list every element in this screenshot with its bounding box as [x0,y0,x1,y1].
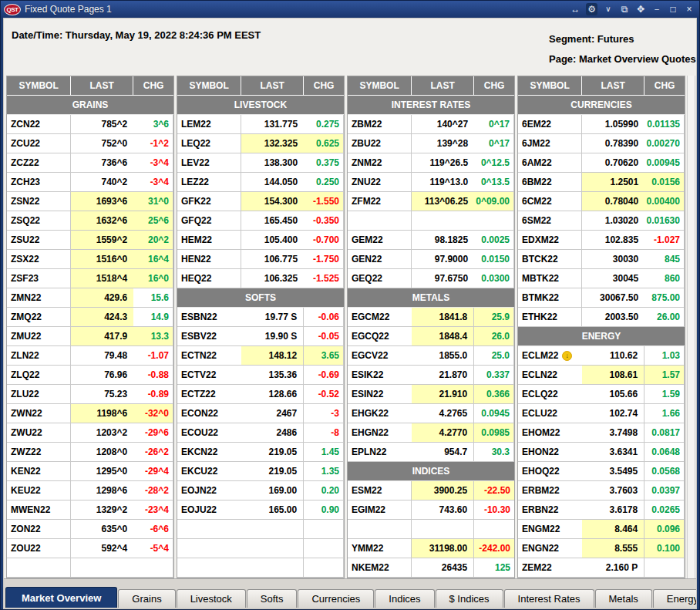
symbol-cell[interactable]: ECLQ22 [518,385,582,404]
tab-energy[interactable]: Energy [653,589,697,608]
last-cell[interactable]: 19.90 S [241,327,304,346]
last-cell[interactable]: 1203^2 [71,423,133,443]
symbol-cell[interactable]: EHOQ22 [518,462,582,481]
symbol-cell[interactable]: EGCV22 [348,346,412,366]
last-cell[interactable]: 0.70620 [582,153,644,173]
chg-cell[interactable]: -0.05 [304,327,344,346]
chg-cell[interactable]: 0.0025 [474,231,514,250]
symbol-cell[interactable]: ESBN22 [177,308,241,327]
chg-cell[interactable]: -0.69 [304,366,344,385]
chg-cell[interactable]: -29^6 [133,423,173,443]
chg-cell[interactable]: -0.06 [304,308,344,327]
last-cell[interactable]: 743.60 [412,500,474,520]
last-cell[interactable]: 30067.50 [582,288,644,308]
last-cell[interactable]: 98.1825 [412,231,474,250]
symbol-cell[interactable]: ZFM22 [348,192,412,211]
symbol-cell[interactable]: KEU22 [7,481,71,500]
last-cell[interactable]: 2003.50 [582,308,644,327]
last-cell[interactable]: 219.05 [241,443,304,462]
fit-width-icon[interactable]: ↔ [570,3,581,15]
last-cell[interactable]: 4.2770 [412,423,474,443]
last-cell[interactable]: 97.9000 [412,250,474,269]
chg-cell[interactable]: -3^4 [133,173,173,192]
chg-cell[interactable]: -1.07 [133,346,173,366]
last-cell[interactable]: 1298^6 [71,481,133,500]
chg-cell[interactable]: -0.52 [304,385,344,404]
chg-cell[interactable]: 26.0 [474,327,514,346]
chg-cell[interactable]: 1.03 [644,346,685,366]
chg-cell[interactable]: -23^4 [133,500,173,520]
chg-cell[interactable]: 0.0817 [644,423,685,443]
symbol-cell[interactable]: EDXM22 [518,231,582,250]
tab-metals[interactable]: Metals [595,589,652,608]
chg-cell[interactable]: -1.027 [644,231,685,250]
chg-cell[interactable]: 14.9 [133,308,173,327]
symbol-cell[interactable]: 6BM22 [518,173,582,192]
symbol-cell[interactable]: ZON22 [7,520,71,539]
last-cell[interactable]: 3.6341 [582,443,644,462]
symbol-cell[interactable]: ECTZ22 [177,385,241,404]
last-cell[interactable]: 752^0 [71,134,133,153]
last-cell[interactable]: 30045 [582,269,644,288]
chg-cell[interactable]: -1.750 [304,250,344,269]
symbol-cell[interactable]: HEQ22 [177,269,241,288]
tab-indices[interactable]: Indices [375,589,434,608]
last-cell[interactable]: 76.96 [71,366,133,385]
symbol-cell[interactable]: EGCM22 [348,308,412,327]
last-cell[interactable]: 0.78040 [582,192,644,211]
last-cell[interactable]: 954.7 [412,443,474,462]
last-cell[interactable]: 148.12 [241,346,304,366]
last-cell[interactable]: 1848.4 [412,327,474,346]
symbol-cell[interactable]: YMM22 [348,539,412,558]
last-cell[interactable]: 135.36 [241,366,304,385]
chg-cell[interactable]: -1^2 [133,134,173,153]
last-cell[interactable]: 26435 [412,558,474,578]
chg-cell[interactable]: 0.0156 [644,173,685,192]
last-cell[interactable]: 19.77 S [241,308,304,327]
symbol-cell[interactable]: ETHK22 [518,308,582,327]
chg-cell[interactable]: 13.3 [133,327,173,346]
chg-cell[interactable]: 15.6 [133,288,173,308]
symbol-cell[interactable]: 6EM22 [518,115,582,134]
last-cell[interactable]: 106.775 [241,250,304,269]
symbol-cell[interactable]: ZNU22 [348,173,412,192]
symbol-cell[interactable]: EHOM22 [518,423,582,443]
last-cell[interactable]: 1.05990 [582,115,644,134]
chevron-down-icon[interactable]: ∨ [603,3,614,15]
last-cell[interactable]: 113^06.25 [412,192,474,211]
chg-cell[interactable]: 20^2 [133,231,173,250]
symbol-cell[interactable]: ECON22 [177,404,241,423]
chg-cell[interactable]: 16^4 [133,250,173,269]
last-cell[interactable]: 1516^0 [71,250,133,269]
symbol-cell[interactable]: GEQ22 [348,269,412,288]
symbol-cell[interactable]: MWEN22 [7,500,71,520]
last-cell[interactable]: 1855.0 [412,346,474,366]
chg-cell[interactable]: 25.0 [474,346,514,366]
chg-cell[interactable]: -3 [304,404,344,423]
symbol-cell[interactable]: GEM22 [348,231,412,250]
last-cell[interactable]: 31198.00 [412,539,474,558]
symbol-cell[interactable]: ENGN22 [518,539,582,558]
last-cell[interactable]: 131.775 [241,115,304,134]
last-cell[interactable]: 119^13.0 [412,173,474,192]
chg-cell[interactable]: -26^2 [133,443,173,462]
symbol-cell[interactable]: LEQ22 [177,134,241,153]
symbol-cell[interactable]: ZLN22 [7,346,71,366]
last-cell[interactable]: 1841.8 [412,308,474,327]
chg-cell[interactable]: -8 [304,423,344,443]
chg-cell[interactable]: 3^6 [133,115,173,134]
last-cell[interactable]: 144.050 [241,173,304,192]
symbol-cell[interactable]: ZWN22 [7,404,71,423]
chg-cell[interactable]: -0.700 [304,231,344,250]
symbol-cell[interactable]: 6SM22 [518,211,582,231]
minimize-icon[interactable]: – [651,3,662,15]
last-cell[interactable]: 105.400 [241,231,304,250]
symbol-cell[interactable]: ECTN22 [177,346,241,366]
last-cell[interactable]: 1198^6 [71,404,133,423]
chg-cell[interactable]: 0^17 [474,115,514,134]
last-cell[interactable]: 138.300 [241,153,304,173]
tab-market-overview[interactable]: Market Overview [5,587,117,608]
last-cell[interactable]: 165.00 [241,500,304,520]
symbol-cell[interactable]: ESBV22 [177,327,241,346]
last-cell[interactable]: 1329^2 [71,500,133,520]
